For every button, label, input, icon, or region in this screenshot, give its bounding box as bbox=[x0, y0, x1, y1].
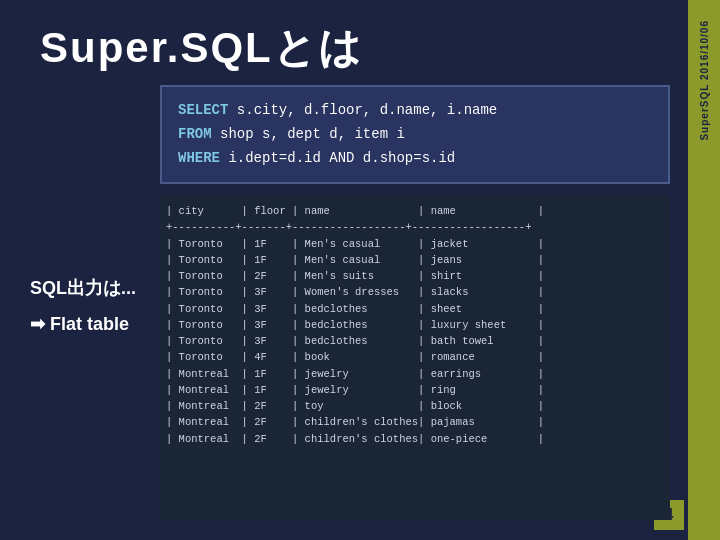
slide-title: Super.SQLとは bbox=[40, 20, 363, 76]
sql-line1: SELECT s.city, d.floor, d.name, i.name bbox=[178, 99, 652, 123]
left-label: SQL出力は... ➡ Flat table bbox=[30, 270, 136, 342]
sql-line2: FROM shop s, dept d, item i bbox=[178, 123, 652, 147]
sidebar-right: SuperSQL 2016/10/06 bbox=[688, 0, 720, 540]
sql-box: SELECT s.city, d.floor, d.name, i.name F… bbox=[160, 85, 670, 184]
table-content: | city | floor | name | name | +--------… bbox=[166, 203, 664, 447]
sql-rest-2: shop s, dept d, item i bbox=[212, 126, 405, 142]
sidebar-text: SuperSQL 2016/10/06 bbox=[699, 20, 710, 141]
sql-line3: WHERE i.dept=d.id AND d.shop=s.id bbox=[178, 147, 652, 171]
sql-keyword-select: SELECT bbox=[178, 102, 228, 118]
sql-keyword-from: FROM bbox=[178, 126, 212, 142]
sql-keyword-where: WHERE bbox=[178, 150, 220, 166]
left-label-line2: ➡ Flat table bbox=[30, 306, 136, 342]
left-label-line1: SQL出力は... bbox=[30, 270, 136, 306]
slide: Super.SQLとは SuperSQL 2016/10/06 4 SELECT… bbox=[0, 0, 720, 540]
table-container: | city | floor | name | name | +--------… bbox=[160, 195, 670, 520]
sql-rest-1: s.city, d.floor, d.name, i.name bbox=[228, 102, 497, 118]
sql-rest-3: i.dept=d.id AND d.shop=s.id bbox=[220, 150, 455, 166]
